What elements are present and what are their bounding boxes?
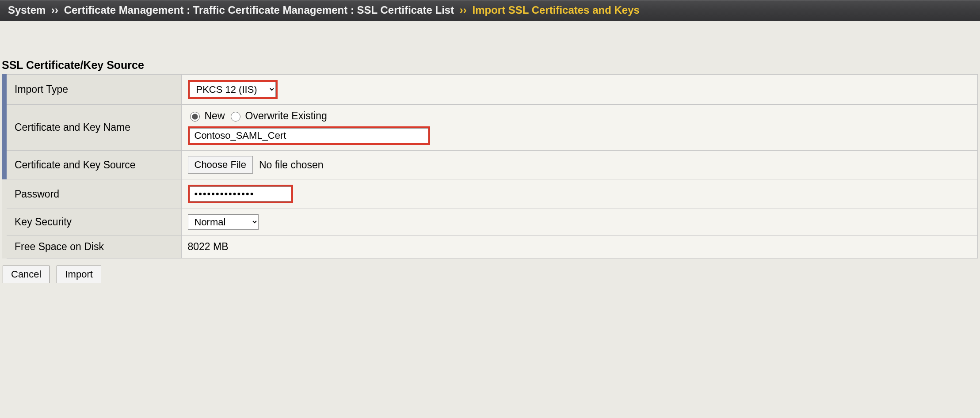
choose-file-button[interactable]: Choose File [188, 156, 253, 174]
breadcrumb: System ›› Certificate Management : Traff… [0, 0, 980, 21]
radio-new[interactable] [190, 112, 200, 122]
breadcrumb-sep-icon: ›› [457, 4, 469, 16]
form-table: Import Type PKCS 12 (IIS) Certificate an… [2, 74, 978, 258]
label-password: Password [4, 179, 181, 209]
key-security-select[interactable]: Normal [188, 214, 259, 230]
no-file-chosen: No file chosen [259, 159, 324, 171]
section-title: SSL Certificate/Key Source [0, 59, 980, 74]
highlight-import-type: PKCS 12 (IIS) [188, 80, 278, 99]
password-input[interactable] [190, 186, 291, 201]
cancel-button[interactable]: Cancel [3, 266, 50, 283]
breadcrumb-root[interactable]: System [8, 4, 46, 16]
import-type-select[interactable]: PKCS 12 (IIS) [190, 82, 276, 97]
label-cert-source: Certificate and Key Source [4, 151, 181, 179]
breadcrumb-sep-icon: ›› [49, 4, 61, 16]
highlight-password [188, 185, 293, 203]
footer-buttons: Cancel Import [0, 258, 980, 290]
radio-overwrite-label: Overwrite Existing [245, 110, 327, 122]
free-space-value: 8022 MB [181, 236, 978, 258]
label-cert-name: Certificate and Key Name [4, 105, 181, 151]
cert-name-input[interactable] [190, 128, 428, 143]
label-key-security: Key Security [4, 209, 181, 236]
highlight-cert-name [188, 126, 430, 145]
label-import-type: Import Type [4, 75, 181, 105]
breadcrumb-leaf: Import SSL Certificates and Keys [473, 4, 640, 16]
radio-overwrite[interactable] [231, 112, 240, 122]
label-free-space: Free Space on Disk [4, 236, 181, 258]
breadcrumb-path[interactable]: Certificate Management : Traffic Certifi… [64, 4, 454, 16]
radio-new-label: New [205, 110, 225, 122]
import-button[interactable]: Import [57, 266, 101, 283]
